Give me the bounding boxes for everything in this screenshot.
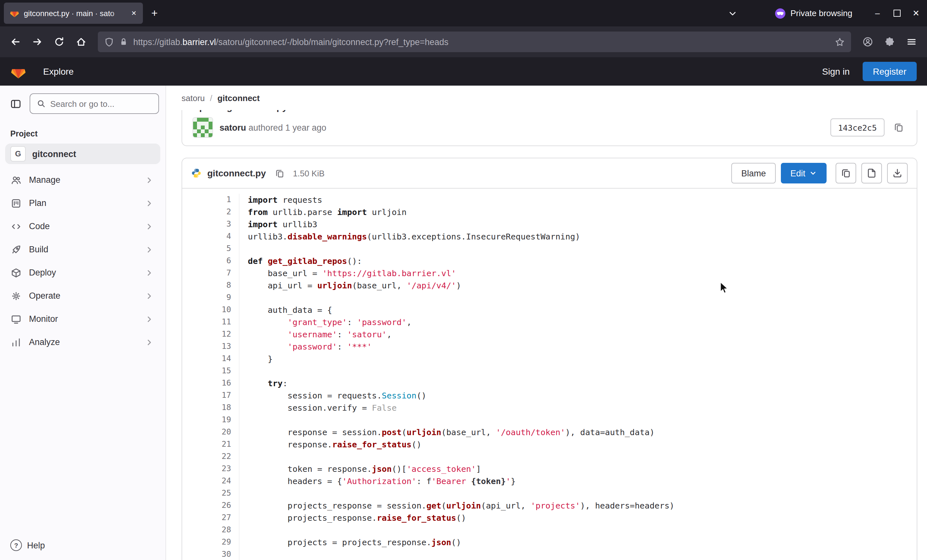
blame-button[interactable]: Blame <box>732 163 776 184</box>
code-text <box>240 487 248 499</box>
copy-file-contents-button[interactable] <box>836 163 856 184</box>
line-number[interactable]: 7 <box>182 267 240 279</box>
line-number[interactable]: 30 <box>182 548 240 560</box>
code-view: 1import requests2from urllib.parse impor… <box>182 188 917 560</box>
register-button[interactable]: Register <box>863 62 917 81</box>
code-text: token = response.json()['access_token'] <box>240 463 481 475</box>
commit-title[interactable]: Update gitconnect.py <box>193 110 906 112</box>
line-number[interactable]: 2 <box>182 206 240 218</box>
code-text: try: <box>240 377 287 389</box>
mouse-cursor <box>720 281 729 297</box>
sign-in-link[interactable]: Sign in <box>822 66 850 77</box>
file-icon-buttons <box>836 163 908 184</box>
copy-sha-icon[interactable] <box>891 120 906 135</box>
forward-button[interactable] <box>27 32 48 52</box>
chevron-right-icon <box>144 314 155 324</box>
sidebar-item-operate[interactable]: Operate <box>5 285 160 307</box>
line-number[interactable]: 23 <box>182 463 240 475</box>
line-number[interactable]: 28 <box>182 524 240 536</box>
list-all-tabs-chevron-icon[interactable] <box>723 4 742 22</box>
toolbar-right-cluster <box>857 32 922 52</box>
line-number[interactable]: 29 <box>182 536 240 548</box>
line-number[interactable]: 25 <box>182 487 240 499</box>
url-domain: barrier.vl <box>182 37 216 47</box>
line-number[interactable]: 19 <box>182 414 240 426</box>
account-icon[interactable] <box>857 32 878 52</box>
line-number[interactable]: 16 <box>182 377 240 389</box>
code-line: 3import urllib3 <box>182 218 917 231</box>
file-actions: Blame Edit <box>732 163 908 184</box>
line-number[interactable]: 4 <box>182 231 240 243</box>
line-number[interactable]: 3 <box>182 218 240 231</box>
sidebar-item-build[interactable]: Build <box>5 239 160 260</box>
open-raw-button[interactable] <box>861 163 882 184</box>
tab-close-icon[interactable]: ✕ <box>128 8 140 19</box>
page-scroll-area: Update gitconnect.py satoru authored 1 y… <box>166 110 927 560</box>
line-number[interactable]: 15 <box>182 365 240 377</box>
code-text <box>240 451 248 463</box>
line-number[interactable]: 10 <box>182 304 240 316</box>
connection-lock-icon[interactable] <box>119 37 128 46</box>
line-number[interactable]: 22 <box>182 451 240 463</box>
line-number[interactable]: 13 <box>182 340 240 353</box>
line-number[interactable]: 27 <box>182 512 240 524</box>
line-number[interactable]: 20 <box>182 426 240 439</box>
copy-file-path-icon[interactable] <box>272 165 287 181</box>
line-number[interactable]: 14 <box>182 353 240 365</box>
line-number[interactable]: 12 <box>182 328 240 340</box>
url-bar[interactable]: https://gitlab.barrier.vl/satoru/gitconn… <box>98 32 851 52</box>
sidebar-item-gitconnect[interactable]: G gitconnect <box>5 144 160 164</box>
code-icon <box>11 221 21 231</box>
gitlab-logo-icon[interactable] <box>10 64 26 79</box>
sidebar-item-manage[interactable]: Manage <box>5 169 160 191</box>
tracking-protection-shield-icon[interactable] <box>104 37 114 47</box>
line-number[interactable]: 18 <box>182 402 240 414</box>
breadcrumb-owner[interactable]: satoru <box>182 93 205 103</box>
browser-tab[interactable]: gitconnect.py · main · sato ✕ <box>4 3 143 24</box>
tab-title: gitconnect.py · main · sato <box>24 9 124 18</box>
search-placeholder: Search or go to... <box>50 99 114 108</box>
extensions-puzzle-icon[interactable] <box>879 32 900 52</box>
line-number[interactable]: 9 <box>182 291 240 304</box>
line-number[interactable]: 17 <box>182 389 240 402</box>
breadcrumb-project[interactable]: gitconnect <box>217 93 260 103</box>
sidebar-toggle-icon[interactable] <box>6 95 24 113</box>
line-number[interactable]: 21 <box>182 439 240 451</box>
sidebar-item-deploy[interactable]: Deploy <box>5 262 160 283</box>
sidebar-item-help[interactable]: ? Help <box>0 530 166 560</box>
gitlab-header: Explore Sign in Register <box>0 57 927 86</box>
menu-hamburger-icon[interactable] <box>901 32 922 52</box>
window-minimize-button[interactable]: – <box>868 3 887 23</box>
line-number[interactable]: 11 <box>182 316 240 328</box>
code-line: 9 <box>182 291 917 304</box>
code-line: 17 session = requests.Session() <box>182 389 917 402</box>
code-line: 14 } <box>182 353 917 365</box>
chevron-right-icon <box>144 291 155 301</box>
bookmark-star-icon[interactable] <box>835 37 845 47</box>
commit-sha[interactable]: 143ce2c5 <box>830 118 884 137</box>
new-tab-button[interactable]: + <box>146 4 164 22</box>
code-text: api_url = urljoin(base_url, '/api/v4/') <box>240 279 461 291</box>
home-button[interactable] <box>71 32 91 52</box>
line-number[interactable]: 26 <box>182 499 240 512</box>
explore-link[interactable]: Explore <box>43 66 74 77</box>
window-maximize-button[interactable] <box>887 3 906 23</box>
download-button[interactable] <box>887 163 908 184</box>
back-button[interactable] <box>5 32 26 52</box>
code-text <box>240 291 248 304</box>
reload-button[interactable] <box>49 32 70 52</box>
window-close-button[interactable]: ✕ <box>906 3 926 23</box>
code-line: 6def get_gitlab_repos(): <box>182 255 917 267</box>
sidebar-item-plan[interactable]: Plan <box>5 193 160 214</box>
line-number[interactable]: 6 <box>182 255 240 267</box>
code-line: 10 auth_data = { <box>182 304 917 316</box>
search-input[interactable]: Search or go to... <box>30 93 159 114</box>
sidebar-item-code[interactable]: Code <box>5 216 160 237</box>
edit-button[interactable]: Edit <box>781 163 827 184</box>
line-number[interactable]: 8 <box>182 279 240 291</box>
sidebar-item-analyze[interactable]: Analyze <box>5 331 160 353</box>
line-number[interactable]: 1 <box>182 194 240 206</box>
line-number[interactable]: 5 <box>182 243 240 255</box>
sidebar-item-monitor[interactable]: Monitor <box>5 308 160 329</box>
line-number[interactable]: 24 <box>182 475 240 487</box>
